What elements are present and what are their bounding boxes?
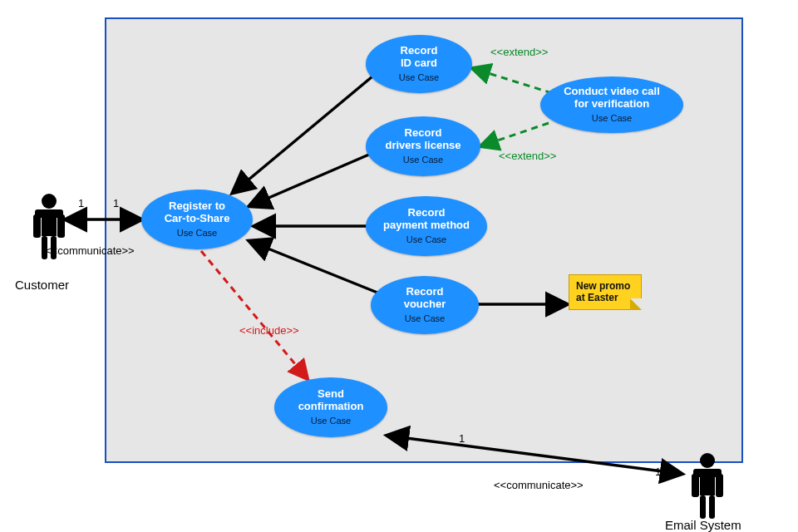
usecase-idcard[interactable]: RecordID cardUse Case xyxy=(366,35,472,93)
usecase-subtitle: Use Case xyxy=(403,155,443,165)
relation-label: 1 xyxy=(655,466,661,478)
diagram-stage: Customer Email System New promo at Easte… xyxy=(0,0,798,532)
usecase-drivers[interactable]: Recorddrivers licenseUse Case xyxy=(366,116,480,176)
usecase-title: Conduct video callfor verification xyxy=(564,86,660,111)
usecase-title: Recordpayment method xyxy=(383,207,470,232)
usecase-subtitle: Use Case xyxy=(311,416,351,426)
svg-rect-12 xyxy=(700,495,706,519)
connector xyxy=(249,241,377,293)
svg-point-0 xyxy=(42,194,57,209)
svg-rect-4 xyxy=(57,214,65,238)
svg-point-7 xyxy=(700,453,715,468)
usecase-voucher[interactable]: RecordvoucherUse Case xyxy=(371,276,479,334)
svg-rect-10 xyxy=(692,474,699,497)
svg-rect-13 xyxy=(709,495,715,519)
svg-rect-9 xyxy=(700,475,715,495)
relation-label: 1 xyxy=(78,197,84,209)
usecase-subtitle: Use Case xyxy=(177,228,217,239)
usecase-subtitle: Use Case xyxy=(592,113,632,124)
relation-label: <<communicate>> xyxy=(494,479,584,491)
sticky-note: New promo at Easter xyxy=(569,274,642,310)
usecase-title: Register toCar-to-Share xyxy=(165,200,230,225)
svg-rect-2 xyxy=(42,216,57,236)
connector xyxy=(201,251,308,379)
actor-email-label: Email System xyxy=(665,518,741,532)
connector xyxy=(472,68,552,93)
usecase-subtitle: Use Case xyxy=(405,313,445,324)
connector xyxy=(233,76,372,193)
actor-email-system xyxy=(687,452,728,527)
usecase-register[interactable]: Register toCar-to-ShareUse Case xyxy=(141,190,253,249)
relation-label: 1 xyxy=(459,432,465,445)
usecase-subtitle: Use Case xyxy=(399,72,439,83)
relation-label: <<extend>> xyxy=(499,150,556,162)
connector xyxy=(249,154,371,206)
usecase-conduct[interactable]: Conduct video callfor verificationUse Ca… xyxy=(540,76,683,133)
relation-label: <<extend>> xyxy=(490,46,548,58)
connector xyxy=(480,123,549,146)
usecase-title: Recorddrivers license xyxy=(385,127,461,152)
usecase-subtitle: Use Case xyxy=(406,234,446,245)
actor-customer-label: Customer xyxy=(15,278,69,292)
usecase-title: Sendconfirmation xyxy=(298,388,364,413)
svg-rect-3 xyxy=(33,214,41,238)
usecase-send[interactable]: SendconfirmationUse Case xyxy=(274,377,387,437)
svg-rect-11 xyxy=(716,474,723,497)
relation-label: 1 xyxy=(113,197,119,209)
connector xyxy=(387,436,682,474)
relation-label: <<include>> xyxy=(239,324,299,337)
relation-label: <<communicate>> xyxy=(45,244,135,257)
usecase-title: RecordID card xyxy=(401,45,438,70)
usecase-title: Recordvoucher xyxy=(404,286,446,311)
usecase-payment[interactable]: Recordpayment methodUse Case xyxy=(366,196,487,256)
